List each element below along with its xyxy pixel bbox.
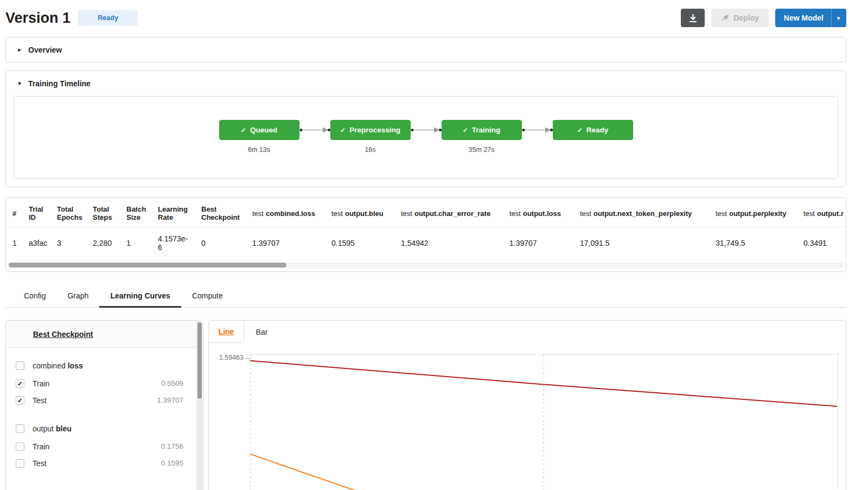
cell: 0 bbox=[195, 227, 246, 262]
col-header: testcombined.loss bbox=[246, 198, 325, 227]
stage-ready: ✓ Ready bbox=[553, 120, 633, 154]
metric-value: 1.39707 bbox=[157, 396, 183, 404]
flow-arrow-icon bbox=[411, 120, 442, 140]
tab-line[interactable]: Line bbox=[209, 321, 244, 343]
vertical-scrollbar-thumb[interactable] bbox=[197, 322, 202, 399]
col-header: Best Checkpoint bbox=[195, 198, 246, 227]
trials-table: # Trial ID Total Epochs Total Steps Batc… bbox=[6, 198, 846, 261]
metric-value: 0.1756 bbox=[161, 442, 183, 450]
trials-table-panel: # Trial ID Total Epochs Total Steps Batc… bbox=[5, 197, 846, 272]
col-header: testoutput.char_error_rate bbox=[394, 198, 503, 227]
checkbox-output-bleu[interactable] bbox=[16, 424, 24, 433]
checkbox-combined-loss-train[interactable] bbox=[16, 379, 24, 388]
checkbox-combined-loss[interactable] bbox=[16, 361, 24, 370]
col-header: testoutput.bleu bbox=[325, 198, 394, 227]
metric-value: 0.1595 bbox=[161, 459, 183, 467]
stage-duration: 16s bbox=[365, 146, 375, 154]
table-row[interactable]: 1 a3fac 3 2,280 1 4.1573e-6 0 1.39707 0.… bbox=[6, 227, 846, 262]
col-header: Trial ID bbox=[22, 198, 50, 227]
metric-row: Test 1.39707 bbox=[6, 392, 203, 409]
flow-arrow-icon bbox=[522, 120, 553, 140]
checkbox-output-bleu-test[interactable] bbox=[16, 459, 24, 468]
download-button[interactable] bbox=[681, 9, 705, 27]
check-icon: ✓ bbox=[577, 126, 583, 134]
vertical-scrollbar[interactable] bbox=[196, 321, 202, 490]
metric-row: Test 0.1595 bbox=[6, 455, 203, 472]
timeline-accordion-label: Training Timeline bbox=[28, 79, 91, 88]
rocket-icon bbox=[721, 14, 729, 22]
cell: 0.1595 bbox=[325, 227, 394, 262]
download-icon bbox=[688, 14, 698, 23]
app: Version 1 Ready Deploy New Model ▾ bbox=[0, 0, 868, 490]
metric-value: 0.5509 bbox=[161, 379, 183, 387]
status-badge: Ready bbox=[78, 10, 138, 26]
flow-arrow-icon bbox=[299, 120, 330, 140]
stage-duration: 6m 13s bbox=[248, 146, 270, 154]
deploy-button-label: Deploy bbox=[733, 14, 759, 22]
cell: 1 bbox=[120, 227, 151, 262]
learning-curves-chart bbox=[250, 355, 837, 490]
stage-preprocessing: ✓ Preprocessing 16s bbox=[330, 120, 411, 154]
training-timeline-panel: ▾ Training Timeline ✓ Queued 6m 13s bbox=[5, 71, 846, 187]
horizontal-scrollbar[interactable] bbox=[8, 263, 844, 268]
checkbox-combined-loss-test[interactable] bbox=[16, 396, 24, 405]
col-header: testoutput.loss bbox=[503, 198, 573, 227]
overview-panel: ▸ Overview bbox=[5, 37, 846, 62]
deploy-button[interactable]: Deploy bbox=[711, 9, 769, 27]
metric-group-label: combinedloss bbox=[33, 361, 83, 370]
cell: 1 bbox=[6, 227, 22, 262]
best-checkpoint-title: Best Checkpoint bbox=[33, 330, 93, 339]
trials-table-scroll-area: # Trial ID Total Epochs Total Steps Batc… bbox=[6, 198, 846, 261]
stage-label: Preprocessing bbox=[349, 126, 400, 134]
learning-curves-panel: Line Bar 1.59463 bbox=[208, 320, 846, 490]
cell: 31,749.5 bbox=[709, 227, 797, 262]
cell: 17,091.5 bbox=[573, 227, 709, 262]
metric-group-header: combinedloss bbox=[6, 357, 203, 374]
learning-curves-section: Best Checkpoint combinedloss Train 0.550… bbox=[5, 320, 846, 490]
timeline-canvas: ✓ Queued 6m 13s ✓ Preprocessing bbox=[14, 96, 838, 179]
metric-label: Train bbox=[33, 442, 49, 451]
stage-training-node[interactable]: ✓ Training bbox=[442, 120, 522, 140]
metric-group-label: outputbleu bbox=[33, 424, 72, 433]
plot-area[interactable] bbox=[250, 354, 838, 490]
trial-tabs: Config Graph Learning Curves Compute bbox=[5, 286, 846, 308]
tab-graph[interactable]: Graph bbox=[56, 286, 99, 308]
metrics-sidebar-header: Best Checkpoint bbox=[6, 321, 203, 348]
tab-learning-curves[interactable]: Learning Curves bbox=[99, 286, 181, 308]
check-icon: ✓ bbox=[463, 126, 468, 134]
cell: 3 bbox=[50, 227, 86, 262]
col-header: Learning Rate bbox=[151, 198, 195, 227]
timeline-accordion-toggle[interactable]: ▾ Training Timeline bbox=[6, 71, 846, 96]
metric-label: Test bbox=[33, 459, 47, 468]
caret-down-icon: ▾ bbox=[17, 80, 22, 86]
col-header: Total Steps bbox=[86, 198, 120, 227]
check-icon: ✓ bbox=[241, 126, 246, 134]
pipeline-flow: ✓ Queued 6m 13s ✓ Preprocessing bbox=[219, 120, 633, 154]
stage-preprocessing-node[interactable]: ✓ Preprocessing bbox=[330, 120, 411, 140]
cell: 2,280 bbox=[86, 227, 120, 262]
col-header: testoutput.r bbox=[797, 198, 846, 227]
cell: 4.1573e-6 bbox=[151, 227, 195, 262]
horizontal-scrollbar-thumb[interactable] bbox=[9, 263, 286, 268]
tab-compute[interactable]: Compute bbox=[181, 286, 234, 308]
checkbox-output-bleu-train[interactable] bbox=[16, 442, 24, 451]
stage-training: ✓ Training 35m 27s bbox=[442, 120, 522, 154]
stage-label: Queued bbox=[250, 126, 277, 134]
stage-label: Training bbox=[472, 126, 501, 134]
stage-label: Ready bbox=[586, 126, 609, 134]
cell: 1.54942 bbox=[394, 227, 503, 262]
stage-duration: 35m 27s bbox=[469, 146, 495, 154]
stage-queued-node[interactable]: ✓ Queued bbox=[219, 120, 299, 140]
overview-accordion-toggle[interactable]: ▸ Overview bbox=[6, 37, 846, 62]
top-bar: Version 1 Ready Deploy New Model ▾ bbox=[5, 0, 846, 37]
stage-ready-node[interactable]: ✓ Ready bbox=[553, 120, 633, 140]
check-icon: ✓ bbox=[340, 126, 346, 134]
tab-bar[interactable]: Bar bbox=[244, 321, 279, 343]
toolbar-actions: Deploy New Model ▾ bbox=[681, 9, 846, 27]
new-model-button[interactable]: New Model ▾ bbox=[775, 9, 846, 27]
col-header: testoutput.perplexity bbox=[709, 198, 797, 227]
metrics-sidebar: Best Checkpoint combinedloss Train 0.550… bbox=[5, 320, 203, 490]
tab-config[interactable]: Config bbox=[13, 286, 56, 308]
overview-accordion-label: Overview bbox=[28, 46, 62, 54]
col-header: # bbox=[6, 198, 22, 227]
